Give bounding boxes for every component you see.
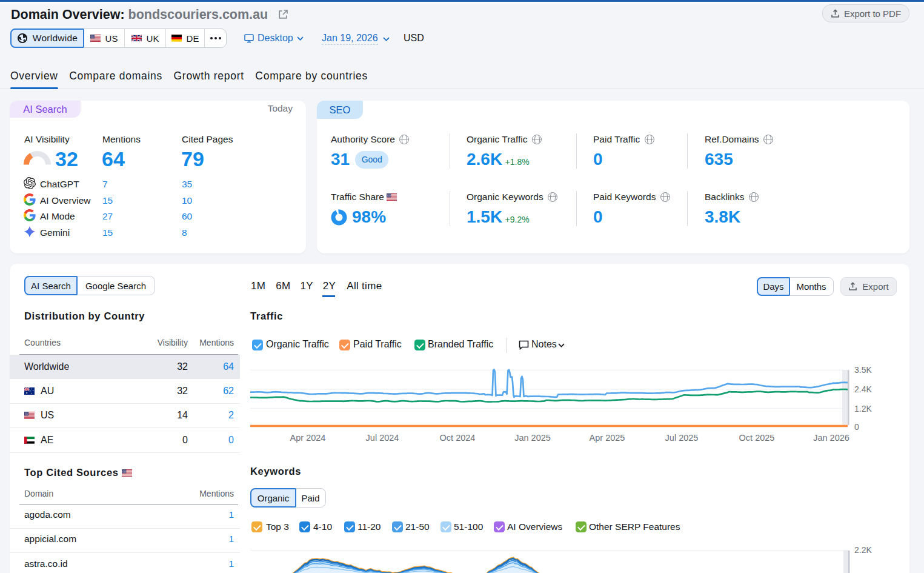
svg-text:Jan 2025: Jan 2025 xyxy=(514,433,551,443)
svg-text:Apr 2024: Apr 2024 xyxy=(290,433,326,443)
svg-text:Jan 2026: Jan 2026 xyxy=(813,433,849,443)
svg-text:Jul 2024: Jul 2024 xyxy=(366,433,399,443)
svg-text:2.4K: 2.4K xyxy=(854,384,872,394)
svg-text:2.2K: 2.2K xyxy=(854,546,872,555)
svg-text:1.2K: 1.2K xyxy=(854,404,872,414)
svg-text:3.5K: 3.5K xyxy=(854,365,872,375)
svg-text:Oct 2025: Oct 2025 xyxy=(739,433,775,443)
svg-text:Oct 2024: Oct 2024 xyxy=(440,433,476,443)
svg-text:Apr 2025: Apr 2025 xyxy=(590,433,625,443)
svg-text:0: 0 xyxy=(854,422,859,432)
svg-text:Jul 2025: Jul 2025 xyxy=(665,433,699,443)
